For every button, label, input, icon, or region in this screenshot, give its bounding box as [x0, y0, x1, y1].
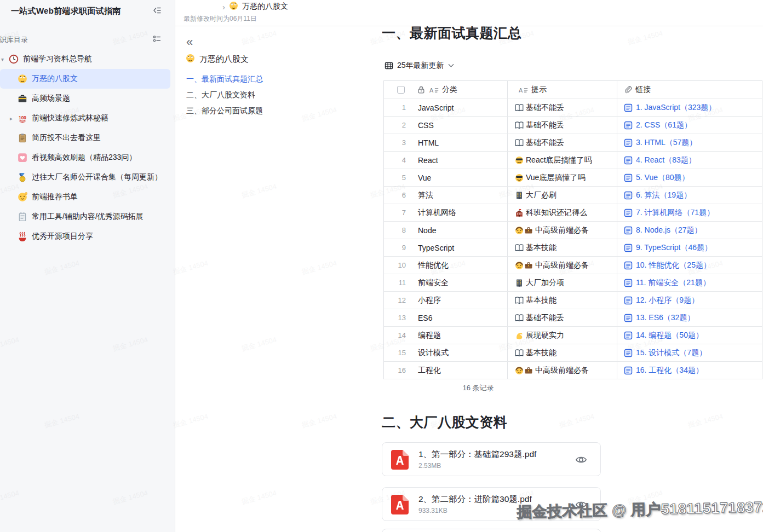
record-link[interactable]: 16. 工程化（34题） — [636, 366, 703, 375]
view-switcher[interactable]: 25年最新更新 — [385, 61, 454, 71]
lock-icon — [417, 85, 426, 94]
sidebar-item[interactable]: 过往大厂名师公开课合集（每周更新） — [0, 167, 170, 187]
record-link[interactable]: 12. 小程序（9题） — [636, 296, 699, 305]
outline-item[interactable]: 一、最新面试真题汇总 — [186, 71, 375, 87]
sidebar-item[interactable]: ▸100前端快速修炼武林秘籍 — [0, 108, 170, 128]
hint-cell: 中高级前端必备 — [535, 261, 589, 270]
sidebar-item[interactable]: 高频场景题 — [0, 89, 170, 108]
sidebar-item[interactable]: 常用工具/辅助内容/优秀源码拓展 — [0, 207, 170, 227]
row-number: 7 — [392, 209, 406, 217]
record-link[interactable]: 13. ES6（32题） — [636, 313, 695, 323]
row-number: 13 — [392, 314, 406, 322]
hint-cell: 大厂必刷 — [526, 190, 557, 200]
record-link[interactable]: 11. 前端安全（21题） — [636, 278, 710, 288]
record-link[interactable]: 6. 算法（19题） — [636, 190, 691, 200]
breadcrumb-separator: › — [222, 2, 225, 11]
table-row[interactable]: 1JavaScript基础不能丢1. JavaScript（323题） — [384, 99, 762, 117]
sidebar-item-label: 前端快速修炼武林秘籍 — [32, 113, 108, 123]
row-number: 4 — [392, 156, 406, 164]
record-link[interactable]: 8. Node.js（27题） — [636, 225, 702, 235]
sidebar-item[interactable]: 万恶的八股文 — [0, 69, 170, 89]
record-link[interactable]: 2. CSS（61题） — [636, 120, 692, 130]
sidebar-item-label: 前端学习资料总导航 — [23, 54, 92, 64]
category-cell: 小程序 — [418, 296, 441, 305]
record-link[interactable]: 7. 计算机网络（71题） — [636, 208, 714, 218]
outline-item[interactable]: 三、部分公司面试原题 — [186, 103, 375, 119]
last-modified-label: 最新修改时间为06月11日 — [183, 14, 257, 24]
category-cell: 设计模式 — [418, 348, 449, 358]
record-link[interactable]: 9. TypeScript（46题） — [636, 243, 712, 253]
collapse-sidebar-icon[interactable] — [152, 5, 163, 16]
sidebar-item-label: 前端推荐书单 — [32, 192, 78, 202]
record-link[interactable]: 1. JavaScript（323题） — [636, 103, 716, 113]
table-row[interactable]: 11前端安全大厂加分项11. 前端安全（21题） — [384, 274, 762, 292]
column-header-hint[interactable]: 提示 — [531, 85, 547, 95]
emoji-icon — [18, 74, 27, 84]
outline-item[interactable]: 二、大厂八股文资料 — [186, 87, 375, 103]
table-row[interactable]: 14编程题展现硬实力14. 编程题（50题） — [384, 327, 762, 344]
table-row[interactable]: 6算法大厂必刷6. 算法（19题） — [384, 187, 762, 204]
breadcrumb-doc-title[interactable]: 万恶的八股文 — [242, 2, 288, 11]
row-number: 14 — [392, 331, 406, 339]
emoji-icon — [515, 174, 524, 182]
catalog-settings-icon[interactable] — [152, 34, 162, 44]
table-row[interactable]: 16工程化中高级前端必备16. 工程化（34题） — [384, 362, 762, 379]
table-row[interactable]: 15设计模式基本技能15. 设计模式（7题） — [384, 344, 762, 362]
record-link[interactable]: 15. 设计模式（7题） — [636, 348, 707, 358]
pdf-icon — [391, 495, 409, 514]
table-row[interactable]: 12小程序基本技能12. 小程序（9题） — [384, 292, 762, 309]
svg-text:A: A — [429, 86, 434, 93]
hint-cell: 基本技能 — [526, 348, 557, 358]
select-all-checkbox[interactable] — [397, 86, 405, 94]
expand-arrow-icon[interactable]: ▸ — [10, 115, 18, 122]
file-card[interactable]: 1、第一部分：基础篇293题.pdf2.53MB — [382, 442, 601, 476]
table-row[interactable]: 10性能优化中高级前端必备10. 性能优化（25题） — [384, 257, 762, 274]
emoji-icon — [18, 232, 27, 241]
sidebar-item[interactable]: 看视频高效刷题（精品233问） — [0, 148, 170, 167]
emoji-icon — [515, 244, 524, 252]
record-link[interactable]: 10. 性能优化（25题） — [636, 261, 711, 270]
sidebar-item[interactable]: 优秀开源项目分享 — [0, 227, 170, 246]
table-row[interactable]: 8Node中高级前端必备8. Node.js（27题） — [384, 222, 762, 239]
table-row[interactable]: 3HTML基础不能丢3. HTML（57题） — [384, 134, 762, 152]
emoji-icon — [18, 192, 27, 202]
record-link[interactable]: 5. Vue（80题） — [636, 173, 690, 183]
table-row[interactable]: 2CSS基础不能丢2. CSS（61题） — [384, 117, 762, 134]
record-link[interactable]: 4. React（83题） — [636, 155, 696, 165]
table-row[interactable]: 7计算机网络科班知识还记得么7. 计算机网络（71题） — [384, 204, 762, 222]
expand-arrow-icon[interactable]: ▾ — [1, 56, 9, 62]
table-row[interactable]: 13ES6基础不能丢13. ES6（32题） — [384, 309, 762, 327]
sidebar-item[interactable]: ▾前端学习资料总导航 — [0, 49, 170, 69]
linked-doc-icon — [624, 261, 633, 270]
record-link[interactable]: 3. HTML（57题） — [636, 138, 697, 148]
table-row[interactable]: 4ReactReact底层搞懂了吗4. React（83题） — [384, 152, 762, 169]
category-cell: 编程题 — [418, 331, 441, 340]
file-title: 1、第一部分：基础篇293题.pdf — [418, 449, 536, 460]
record-link[interactable]: 14. 编程题（50题） — [636, 331, 703, 340]
column-header-link[interactable]: 链接 — [635, 85, 651, 95]
hint-cell: 中高级前端必备 — [535, 225, 589, 235]
table-row[interactable]: 5VueVue底层搞懂了吗5. Vue（80题） — [384, 169, 762, 187]
collapse-outline-icon[interactable]: « — [186, 36, 193, 48]
hint-cell: 基础不能丢 — [526, 313, 564, 323]
linked-doc-icon — [624, 296, 633, 305]
emoji-icon — [515, 138, 524, 147]
outline-doc-row[interactable]: 万恶的八股文 — [186, 54, 249, 65]
table-row[interactable]: 9TypeScript基本技能9. TypeScript（46题） — [384, 239, 762, 257]
hint-cell: 基本技能 — [526, 243, 557, 253]
linked-doc-icon — [624, 349, 633, 357]
text-field-type-icon: A — [429, 86, 439, 94]
outline-doc-emoji-icon — [186, 54, 195, 65]
sidebar-item[interactable]: 前端推荐书单 — [0, 187, 170, 207]
category-cell: 前端安全 — [418, 278, 449, 288]
row-number: 6 — [392, 191, 406, 199]
file-card-partial[interactable] — [382, 529, 601, 532]
sidebar-item[interactable]: 简历投不出去看这里 — [0, 128, 170, 148]
row-number: 9 — [392, 244, 406, 252]
emoji-icon — [18, 172, 27, 182]
category-cell: 工程化 — [418, 366, 441, 375]
emoji-icon — [9, 54, 19, 64]
linked-doc-icon — [624, 191, 633, 200]
column-header-category[interactable]: 分类 — [442, 85, 457, 95]
preview-button[interactable] — [575, 454, 587, 466]
